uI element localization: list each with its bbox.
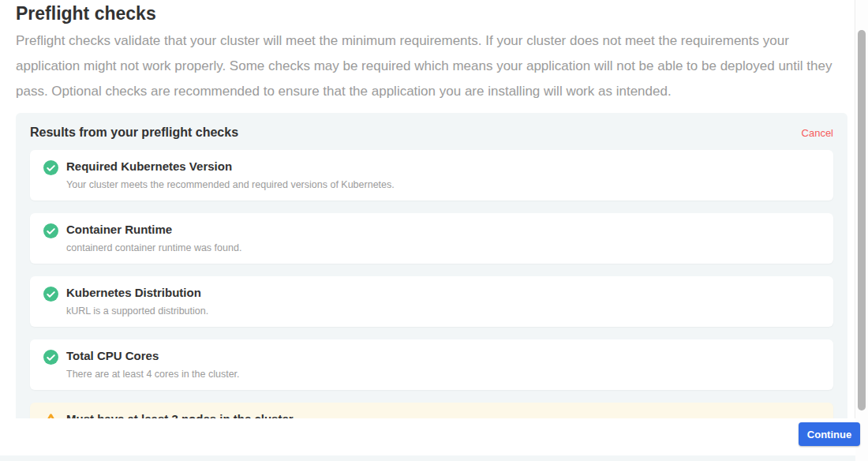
check-circle-icon [43, 223, 58, 238]
results-heading: Results from your preflight checks [30, 126, 238, 140]
check-title: Required Kubernetes Version [66, 159, 395, 174]
check-title: Total CPU Cores [66, 349, 240, 363]
preflight-results-panel: Results from your preflight checks Cance… [16, 113, 847, 461]
preflight-check-row: Total CPU Cores There are at least 4 cor… [30, 339, 833, 390]
check-title: Kubernetes Distribution [66, 286, 208, 300]
cancel-link[interactable]: Cancel [802, 127, 833, 139]
continue-button[interactable]: Continue [799, 422, 860, 446]
check-text: Container Runtime containerd container r… [66, 223, 241, 253]
check-circle-icon [43, 287, 58, 302]
panel-header: Results from your preflight checks Cance… [30, 126, 833, 140]
scrollbar-track[interactable] [855, 0, 868, 461]
check-text: Total CPU Cores There are at least 4 cor… [66, 349, 240, 380]
check-text: Required Kubernetes Version Your cluster… [66, 159, 395, 190]
check-circle-icon [43, 160, 58, 175]
preflight-check-row: Container Runtime containerd container r… [30, 213, 833, 264]
preflight-page: Preflight checks Preflight checks valida… [0, 0, 868, 461]
check-message: kURL is a supported distribution. [66, 305, 208, 317]
check-title: Container Runtime [66, 223, 241, 237]
check-message: Your cluster meets the recommended and r… [66, 179, 395, 190]
bottom-strip [0, 455, 855, 461]
check-text: Kubernetes Distribution kURL is a suppor… [66, 286, 208, 317]
check-message: There are at least 4 cores in the cluste… [66, 369, 240, 380]
preflight-check-row: Required Kubernetes Version Your cluster… [30, 150, 833, 201]
check-circle-icon [43, 350, 58, 365]
scrollbar-thumb[interactable] [858, 30, 866, 410]
page-title: Preflight checks [16, 3, 156, 24]
check-message: containerd container runtime was found. [66, 242, 241, 253]
page-description: Preflight checks validate that your clus… [16, 28, 840, 104]
footer-bar [0, 418, 855, 455]
preflight-check-row: Kubernetes Distribution kURL is a suppor… [30, 276, 833, 327]
check-list: Required Kubernetes Version Your cluster… [30, 150, 833, 453]
